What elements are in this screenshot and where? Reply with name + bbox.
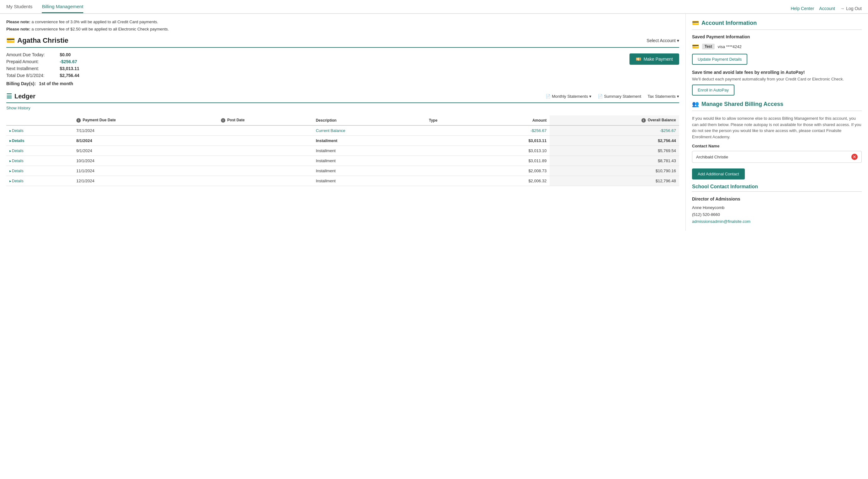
school-contact-name: Anne Honeycomb [692,204,862,211]
details-link[interactable]: ▸Details [9,169,70,173]
table-header-row: i Payment Due Date i Post Date Descripti… [6,115,679,125]
school-contact-info: Director of Admissions Anne Honeycomb (5… [692,196,862,225]
details-link[interactable]: ▸Details [9,159,70,163]
total-due-row: Total Due 8/1/2024: $2,756.44 [6,73,617,78]
main-layout: Please note: a convenience fee of 3.0% w… [0,14,868,231]
chevron-down-icon: ▾ [677,38,679,43]
document-icon: 📄 [546,94,551,99]
add-additional-contact-button[interactable]: Add Additional Contact [692,169,745,179]
table-row: ▸Details 8/1/2024 Installment $3,013.11 … [6,136,679,146]
right-panel: 💳 Account Information Saved Payment Info… [686,14,868,231]
details-cell: ▸Details [6,136,73,146]
make-payment-button[interactable]: 💴 Make Payment [629,54,679,65]
card-info: visa ****4242 [718,44,742,49]
details-cell: ▸Details [6,156,73,166]
student-name: 💳 Agatha Christie [6,36,68,44]
contact-row: Archibald Christie ✕ [692,151,862,163]
shared-billing-divider [692,111,862,111]
description-cell: Installment [313,166,426,176]
col-payment-due-date: i Payment Due Date [73,115,218,125]
note-2: Please note: a convenience fee of $2.50 … [6,27,679,31]
billing-day: Billing Day(s): 1st of the month [6,81,617,86]
date-cell: 10/1/2024 [73,156,218,166]
info-icon-post: i [221,118,225,123]
details-link[interactable]: ▸Details [9,128,70,133]
show-history-link[interactable]: Show History [6,106,30,110]
school-contact-title: School Contact Information [692,184,862,189]
account-info-title: 💳 Account Information [692,20,862,26]
date-cell: 9/1/2024 [73,146,218,156]
test-badge: Test [702,44,715,49]
type-cell [426,136,473,146]
shared-billing-desc: If you would like to allow someone else … [692,115,862,140]
remove-contact-button[interactable]: ✕ [851,154,858,160]
payment-icon: 💴 [636,57,641,62]
logout-button[interactable]: → Log Out [840,6,862,11]
balance-cell: $12,796.48 [550,176,679,186]
post-date-cell [218,176,313,186]
info-icon-date: i [76,118,81,123]
saved-payment-label: Saved Payment Information [692,34,862,39]
enroll-autopay-button[interactable]: Enroll in AutoPay [692,85,735,95]
date-cell: 8/1/2024 [73,136,218,146]
prepaid-row: Prepaid Amount: -$256.67 [6,59,617,64]
help-center-link[interactable]: Help Center [791,6,814,11]
details-link[interactable]: ▸Details [9,149,70,153]
tax-dropdown-icon: ▾ [677,94,679,99]
autopay-section: Save time and avoid late fees by enrolli… [692,70,862,95]
table-row: ▸Details 10/1/2024 Installment $3,011.89… [6,156,679,166]
school-contact-phone: (512) 520-8660 [692,211,862,218]
details-link[interactable]: ▸Details [9,139,70,143]
shared-billing-title: 👥 Manage Shared Billing Access [692,100,862,108]
summary-statement-button[interactable]: 📄 Summary Statement [598,94,642,99]
post-date-cell [218,136,313,146]
type-cell [426,166,473,176]
col-amount: Amount [472,115,550,125]
top-nav: My Students Billing Management Help Cent… [0,0,868,14]
amount-cell: $3,013.11 [472,136,550,146]
select-account-button[interactable]: Select Account ▾ [646,38,679,43]
amount-due-row: Amount Due Today: $0.00 [6,52,617,57]
tab-my-students[interactable]: My Students [6,4,32,13]
date-cell: 7/11/2024 [73,125,218,136]
ledger-table-body: ▸Details 7/11/2024 Current Balance -$256… [6,125,679,186]
tax-statements-button[interactable]: Tax Statements ▾ [647,94,679,99]
nav-tabs: My Students Billing Management [6,4,83,13]
payment-row: 💳 Test visa ****4242 [692,43,862,50]
account-link[interactable]: Account [819,6,835,11]
type-cell [426,176,473,186]
details-cell: ▸Details [6,166,73,176]
summary-icon: 📄 [598,94,603,99]
tab-billing-management[interactable]: Billing Management [42,4,83,13]
details-link[interactable]: ▸Details [9,179,70,183]
table-row: ▸Details 7/11/2024 Current Balance -$256… [6,125,679,136]
type-cell [426,146,473,156]
ledger-actions: 📄 Monthly Statements ▾ 📄 Summary Stateme… [546,94,679,99]
col-details [6,115,73,125]
update-payment-button[interactable]: Update Payment Details [692,54,747,65]
type-cell [426,156,473,166]
post-date-cell [218,156,313,166]
list-icon: ☰ [6,92,12,100]
autopay-desc: We'll deduct each payment automatically … [692,77,862,81]
contact-name: Archibald Christie [696,155,728,159]
users-icon: 👥 [692,100,699,108]
table-row: ▸Details 11/1/2024 Installment $2,008.73… [6,166,679,176]
date-cell: 11/1/2024 [73,166,218,176]
credit-card-icon: 💳 [6,36,15,44]
table-row: ▸Details 12/1/2024 Installment $2,006.32… [6,176,679,186]
school-contact-email[interactable]: admissionsadmin@finalsite.com [692,219,750,224]
card-icon: 💳 [692,43,699,50]
post-date-cell [218,166,313,176]
school-contact-role: Director of Admissions [692,196,862,203]
balance-cell: -$256.67 [550,125,679,136]
balance-cell: $10,790.16 [550,166,679,176]
billing-fields: Amount Due Today: $0.00 Prepaid Amount: … [6,52,617,86]
details-cell: ▸Details [6,146,73,156]
date-cell: 12/1/2024 [73,176,218,186]
description-cell: Installment [313,136,426,146]
type-cell [426,125,473,136]
monthly-statements-button[interactable]: 📄 Monthly Statements ▾ [546,94,591,99]
autopay-title: Save time and avoid late fees by enrolli… [692,70,862,75]
next-installment-row: Next Installment: $3,013.11 [6,66,617,71]
